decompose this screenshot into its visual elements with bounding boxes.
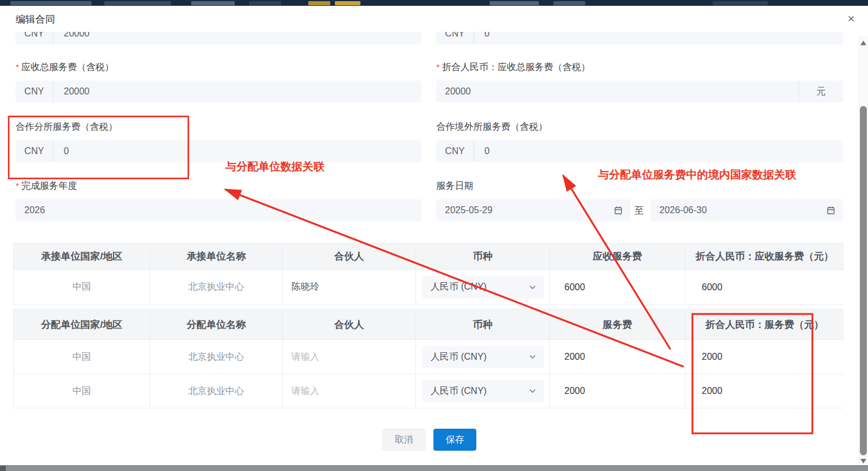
background-fragment (191, 1, 235, 5)
rmb-fee-cell[interactable]: 2000 (685, 340, 844, 374)
country-cell: 中国 (14, 270, 150, 304)
branch-fee-field[interactable]: CNY 0 (16, 140, 421, 162)
field-value[interactable]: 20000 (445, 86, 471, 97)
scroll-down-arrow-icon[interactable] (860, 459, 866, 463)
field-value[interactable]: 2026-06-30 (659, 205, 707, 216)
allocation-units-table: 分配单位国家/地区 分配单位名称 合伙人 币种 服务费 折合人民币：服务费（元）… (13, 309, 843, 408)
column-header: 应收服务费 (550, 243, 685, 270)
currency-select[interactable]: 人民币 (CNY) (422, 276, 544, 298)
scroll-up-arrow-icon[interactable] (860, 41, 866, 45)
service-year-field[interactable]: 2026 (16, 199, 421, 221)
clipped-field-left: CNY 20000 (16, 32, 421, 45)
column-header: 承接单位名称 (150, 243, 283, 270)
date-end-field[interactable]: 2026-06-30 (651, 199, 843, 221)
column-header: 折合人民币：应收服务费（元） (685, 243, 844, 270)
partner-cell[interactable] (283, 374, 416, 408)
column-header: 分配单位名称 (150, 309, 283, 340)
country-cell: 中国 (14, 340, 150, 374)
service-year-label: *完成服务年度 (16, 180, 77, 192)
org-cell: 北京执业中心 (150, 270, 283, 304)
background-fragment (713, 1, 768, 5)
calendar-icon[interactable] (614, 206, 623, 215)
background-fragment (553, 1, 585, 5)
yuan-suffix: 元 (798, 81, 843, 103)
currency-prefix: CNY (16, 81, 53, 103)
field-value[interactable]: 0 (64, 146, 69, 156)
currency-prefix: CNY (16, 32, 53, 45)
background-fragment (249, 1, 281, 5)
required-mark: * (16, 181, 19, 191)
clipped-field-right: CNY 0 (436, 32, 843, 45)
currency-select[interactable]: 人民币 (CNY) (422, 380, 544, 402)
partner-cell[interactable] (283, 340, 416, 374)
rmb-fee-cell[interactable]: 2000 (685, 374, 844, 408)
partner-input[interactable] (291, 282, 403, 293)
column-header: 折合人民币：服务费（元） (685, 309, 844, 340)
background-page-strip (0, 0, 868, 6)
total-fee-field[interactable]: CNY 20000 (16, 81, 421, 103)
fee-cell[interactable]: 2000 (550, 340, 685, 374)
partner-input[interactable] (291, 386, 403, 396)
currency-select[interactable]: 人民币 (CNY) (422, 346, 544, 368)
background-fragment (490, 1, 539, 5)
currency-prefix: CNY (436, 140, 474, 162)
modal-title: 编辑合同 (16, 13, 55, 26)
overseas-fee-label: 合作境外所服务费（含税） (436, 121, 548, 133)
undertaking-units-table: 承接单位国家/地区 承接单位名称 合伙人 币种 应收服务费 折合人民币：应收服务… (13, 243, 843, 305)
background-fragment (104, 1, 171, 5)
partner-input[interactable] (291, 352, 403, 362)
total-fee-label: *应收总服务费（含税） (16, 61, 114, 74)
branch-fee-label: 合作分所服务费（含税） (16, 121, 118, 133)
rmb-fee-cell[interactable]: 6000 (685, 270, 844, 304)
chevron-down-icon (529, 355, 536, 359)
currency-prefix: CNY (16, 140, 53, 162)
save-button[interactable]: 保存 (433, 429, 476, 451)
annotation-note-2: 与分配单位服务费中的境内国家数据关联 (598, 167, 796, 182)
fee-cell[interactable]: 6000 (550, 270, 685, 304)
field-value[interactable]: 0 (484, 32, 490, 39)
overseas-fee-field[interactable]: CNY 0 (436, 140, 843, 162)
close-icon[interactable]: × (843, 10, 859, 27)
background-fragment (335, 1, 360, 5)
chevron-down-icon (529, 389, 536, 393)
column-header: 承接单位国家/地区 (14, 243, 150, 270)
field-value[interactable]: 20000 (64, 32, 90, 39)
currency-cell: 人民币 (CNY) (416, 374, 550, 408)
annotation-note-1: 与分配单位数据关联 (225, 159, 324, 174)
horizontal-scrollbar-cap (0, 466, 6, 471)
column-header: 币种 (416, 243, 550, 270)
total-fee-rmb-label: *折合人民币：应收总服务费（含税） (436, 61, 590, 74)
horizontal-scrollbar[interactable] (0, 465, 868, 471)
org-cell: 北京执业中心 (150, 340, 283, 374)
required-mark: * (436, 62, 440, 72)
field-value[interactable]: 2026 (24, 205, 45, 216)
column-header: 币种 (416, 309, 550, 340)
org-cell: 北京执业中心 (150, 374, 283, 408)
currency-cell: 人民币 (CNY) (416, 270, 550, 304)
date-start-field[interactable]: 2025-05-29 (436, 199, 630, 221)
column-header: 服务费 (550, 309, 685, 340)
fee-cell[interactable]: 2000 (550, 374, 685, 408)
column-header: 合伙人 (283, 309, 416, 340)
country-cell: 中国 (14, 374, 150, 408)
currency-prefix: CNY (436, 32, 474, 45)
column-header: 分配单位国家/地区 (14, 309, 150, 340)
service-date-label: 服务日期 (436, 180, 473, 192)
currency-cell: 人民币 (CNY) (416, 340, 550, 374)
page: 编辑合同 × CNY 20000 CNY 0 *应收总服务费（含税） *折合人民… (0, 0, 868, 471)
background-fragment (10, 1, 92, 5)
field-value[interactable]: 2025-05-29 (445, 205, 493, 216)
date-range-separator: 至 (634, 205, 644, 217)
total-fee-rmb-field[interactable]: 20000 元 (436, 81, 843, 103)
vertical-scrollbar-thumb[interactable] (860, 106, 867, 455)
partner-cell[interactable] (283, 270, 416, 304)
column-header: 合伙人 (283, 243, 416, 270)
calendar-icon[interactable] (826, 206, 836, 215)
field-value[interactable]: 0 (484, 146, 490, 156)
background-fragment (308, 1, 330, 5)
chevron-down-icon (529, 285, 536, 290)
field-value[interactable]: 20000 (64, 86, 90, 97)
cancel-button[interactable]: 取消 (382, 429, 425, 451)
required-mark: * (16, 62, 19, 72)
